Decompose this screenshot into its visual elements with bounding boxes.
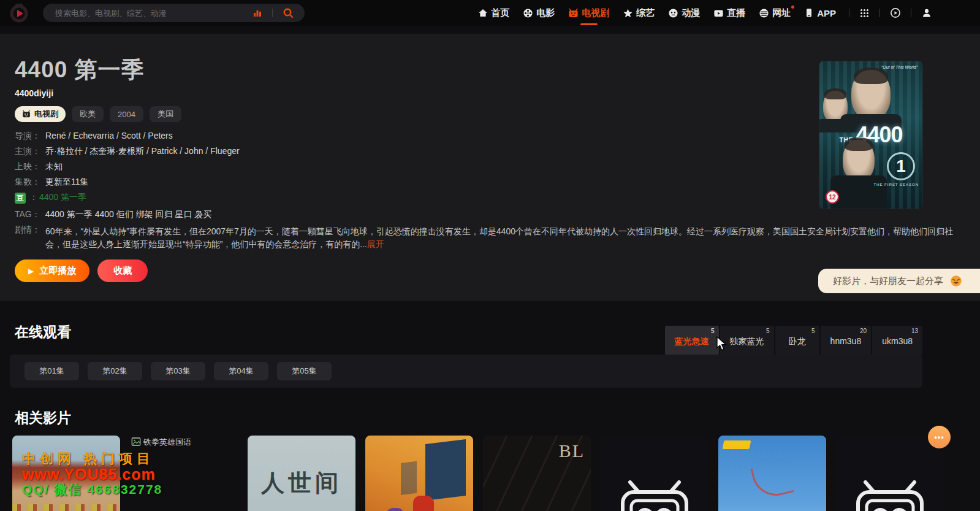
logo-icon — [9, 2, 29, 23]
related-card-2[interactable]: 铁拳英雄国语 — [130, 436, 238, 511]
play-now-button[interactable]: ▶ 立即播放 — [15, 259, 89, 282]
tag-label: TAG： — [15, 210, 40, 219]
site-logo[interactable] — [9, 2, 29, 23]
plot-row: 剧情： 60年来，“外星人劫持”事件屡有发生，但在2007年7月的一天，随着一颗… — [15, 225, 965, 251]
related-films-row: 铁拳英雄国语 人世间 BL OSS — [12, 436, 944, 511]
related-card-3[interactable]: 人世间 — [248, 436, 355, 511]
poster-figure — [413, 496, 434, 511]
country-pill[interactable]: 美国 — [150, 106, 181, 122]
source-tab-djlg[interactable]: 5 独家蓝光 — [720, 326, 774, 355]
nav-item-tv-series[interactable]: 电视剧 — [568, 7, 609, 19]
poster-decoration — [12, 504, 120, 511]
related-card-8-placeholder[interactable] — [836, 436, 944, 511]
nav-item-movies[interactable]: 电影 — [523, 7, 555, 19]
play-label: 立即播放 — [39, 265, 76, 277]
episode-button-1[interactable]: 第01集 — [25, 362, 79, 380]
episode-count-value: 更新至11集 — [45, 177, 89, 186]
search-bar[interactable] — [43, 4, 305, 22]
top-navbar: 首页 电影 电视剧 — [0, 0, 980, 26]
floating-more-button[interactable]: ••• — [928, 426, 951, 448]
tv-icon — [22, 110, 31, 118]
source-tab-hnm3u8[interactable]: 20 hnm3u8 — [821, 326, 872, 355]
detail-hero-section: 4400 第一季 4400diyiji 电视剧 欧美 2004 美国 — [0, 34, 980, 301]
tv-mascot-placeholder-icon — [853, 477, 927, 511]
release-label: 上映： — [15, 162, 40, 171]
episode-list-panel: 第01集 第02集 第03集 第04集 第05集 — [10, 355, 922, 388]
episode-count-label: 集数： — [15, 177, 40, 186]
nav-label: 动漫 — [682, 7, 700, 19]
trending-icon[interactable] — [253, 8, 262, 18]
nav-label: 直播 — [727, 7, 745, 19]
nav-item-app[interactable]: APP — [804, 8, 836, 18]
anime-face-icon — [668, 8, 678, 18]
douban-icon: 豆 — [15, 193, 26, 204]
nav-item-home[interactable]: 首页 — [478, 7, 509, 19]
play-history-icon[interactable] — [890, 7, 901, 18]
nav-label: APP — [817, 8, 836, 18]
poster-title-text: 人世间 — [248, 467, 355, 499]
star-icon — [623, 8, 633, 18]
live-icon — [713, 8, 724, 18]
episode-button-3[interactable]: 第03集 — [151, 362, 205, 380]
nav-item-variety[interactable]: 综艺 — [623, 7, 655, 19]
nav-divider — [911, 9, 911, 17]
nav-menu: 首页 电影 电视剧 — [471, 7, 936, 19]
related-card-5[interactable]: BL OSS — [483, 436, 591, 511]
page: 首页 电影 电视剧 — [0, 0, 980, 511]
age-rating-badge: 12 — [826, 190, 839, 204]
new-badge-dot — [791, 6, 794, 9]
nav-divider — [849, 9, 849, 17]
related-card-4[interactable] — [365, 436, 473, 511]
nav-label: 首页 — [491, 7, 509, 19]
tv-mascot-placeholder-icon — [618, 477, 691, 511]
favorite-button[interactable]: 收藏 — [97, 259, 148, 282]
source-name: 卧龙 — [789, 336, 806, 346]
search-divider — [272, 9, 273, 17]
tag-row: TAG： 4400 第一季 4400 佢们 绑架 回归 星口 袅买 — [15, 210, 965, 219]
season-text: THE FIRST SEASON — [873, 183, 919, 186]
search-input[interactable] — [54, 8, 249, 18]
episode-button-2[interactable]: 第02集 — [88, 362, 142, 380]
broken-image-icon — [131, 437, 141, 447]
source-tab-wolong[interactable]: 5 卧龙 — [775, 326, 819, 355]
laughing-emoji-icon — [949, 274, 963, 288]
source-name: ukm3u8 — [882, 336, 913, 346]
nav-item-live[interactable]: 直播 — [713, 7, 745, 19]
region-pill[interactable]: 欧美 — [72, 106, 104, 122]
poster-decoration — [723, 440, 751, 449]
poster-figure — [830, 175, 887, 209]
poster-tagline: “Out of This World” — [881, 65, 917, 69]
douban-colon: ： — [29, 193, 38, 202]
source-tab-ukm3u8[interactable]: 13 ukm3u8 — [872, 326, 922, 355]
source-tab-lgjs[interactable]: 5 蓝光急速 — [665, 326, 719, 355]
poster-face — [851, 70, 891, 119]
douban-link[interactable]: 4400 第一季 — [39, 193, 86, 202]
episode-button-5[interactable]: 第05集 — [277, 362, 332, 380]
nav-label: 综艺 — [636, 7, 655, 19]
related-card-7[interactable] — [718, 436, 826, 511]
apps-grid-icon[interactable] — [859, 8, 870, 18]
related-card-6-placeholder[interactable] — [601, 436, 708, 511]
movie-poster[interactable]: “Out of This World” THE 4400 1 THE FIRST… — [819, 61, 922, 209]
phone-icon — [804, 8, 814, 18]
source-count: 5 — [766, 328, 770, 334]
episode-button-4[interactable]: 第04集 — [214, 362, 268, 380]
poster-title-text: BL — [559, 440, 585, 461]
film-icon — [523, 8, 533, 18]
nav-label: 网址 — [772, 7, 791, 19]
year-pill[interactable]: 2004 — [110, 106, 143, 122]
nav-label: 电影 — [536, 7, 555, 19]
related-card-1[interactable] — [12, 436, 120, 511]
expand-link[interactable]: 展开 — [367, 239, 384, 249]
share-tooltip[interactable]: 好影片，与好朋友一起分享 — [818, 269, 980, 293]
nav-divider — [879, 9, 880, 17]
plot-text: 60年来，“外星人劫持”事件屡有发生，但在2007年7月的一天，随着一颗彗星飞向… — [45, 225, 965, 251]
category-pill[interactable]: 电视剧 — [15, 106, 66, 122]
nav-item-anime[interactable]: 动漫 — [668, 7, 700, 19]
search-icon[interactable] — [283, 7, 294, 18]
tv-icon — [568, 8, 579, 18]
user-icon[interactable] — [921, 7, 932, 18]
nav-item-sites[interactable]: 网址 — [759, 7, 791, 19]
related-films-heading: 相关影片 — [15, 409, 71, 428]
broken-image-alt-text: 铁拳英雄国语 — [143, 437, 191, 448]
